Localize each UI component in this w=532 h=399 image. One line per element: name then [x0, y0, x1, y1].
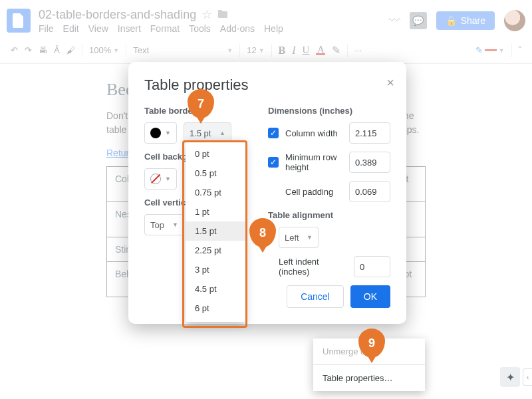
- cancel-button[interactable]: Cancel: [287, 285, 344, 308]
- left-indent-input[interactable]: 0: [354, 256, 390, 277]
- ok-button[interactable]: OK: [350, 285, 390, 308]
- close-icon[interactable]: ×: [386, 75, 394, 90]
- row-height-label: Minimum row height: [285, 152, 342, 172]
- border-width-menu: 0 pt 0.5 pt 0.75 pt 1 pt 1.5 pt 2.25 pt …: [186, 140, 245, 322]
- dialog-title: Table properties: [144, 76, 390, 94]
- side-panel-toggle[interactable]: ‹: [523, 368, 532, 386]
- border-width-option[interactable]: 0.5 pt: [186, 164, 245, 183]
- border-width-option[interactable]: 2.25 pt: [186, 241, 245, 260]
- border-width-option[interactable]: 0 pt: [186, 144, 245, 164]
- cell-bg-dropdown[interactable]: ▼: [144, 168, 177, 190]
- color-swatch-icon: [150, 128, 161, 138]
- border-width-value: 1.5 pt: [190, 128, 211, 138]
- row-height-input[interactable]: 0.389: [349, 152, 390, 173]
- table-align-dropdown[interactable]: Left▼: [279, 227, 319, 248]
- left-indent-label: Left indent (inches): [279, 257, 340, 277]
- border-width-option[interactable]: 1 pt: [186, 202, 245, 221]
- explore-button[interactable]: ✦: [500, 367, 520, 387]
- border-width-option[interactable]: 3 pt: [186, 260, 245, 279]
- border-width-option-selected[interactable]: 1.5 pt: [186, 221, 245, 241]
- row-height-checkbox[interactable]: ✓: [268, 157, 279, 168]
- column-width-label: Column width: [285, 128, 342, 138]
- table-properties-dialog: Table properties × Table border ▼ 1.5 pt…: [128, 62, 406, 324]
- cell-padding-input[interactable]: 0.069: [349, 181, 390, 202]
- table-align-label: Table alignment: [268, 210, 390, 220]
- valign-value: Top: [150, 220, 164, 230]
- table-align-value: Left: [285, 233, 299, 243]
- border-width-option[interactable]: 6 pt: [186, 299, 245, 318]
- border-width-option[interactable]: 4.5 pt: [186, 279, 245, 299]
- column-width-checkbox[interactable]: ✓: [268, 128, 279, 138]
- table-properties-item[interactable]: Table properties…: [313, 368, 425, 388]
- cell-padding-label: Cell padding: [285, 187, 342, 197]
- no-color-icon: [150, 174, 161, 184]
- dimensions-label: Dimensions (inches): [268, 106, 390, 116]
- border-color-dropdown[interactable]: ▼: [144, 122, 177, 144]
- valign-dropdown[interactable]: Top▼: [144, 214, 184, 235]
- column-width-input[interactable]: 2.115: [349, 122, 390, 144]
- border-width-option[interactable]: 0.75 pt: [186, 183, 245, 202]
